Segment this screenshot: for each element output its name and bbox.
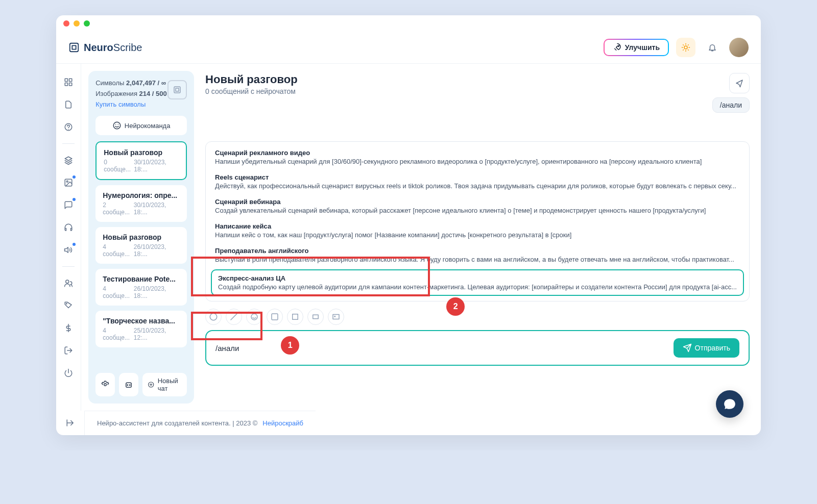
suggestion-item[interactable]: Reels сценаристДействуй, как профессиона…	[206, 169, 749, 194]
send-icon	[683, 343, 692, 352]
main-header: Новый разговор 0 сообщений с нейрочатом	[205, 73, 750, 95]
footer-link[interactable]: Нейроскрайб	[262, 419, 303, 427]
suggestion-item[interactable]: Экспресс-анализ ЦАСоздай подробную карту…	[211, 269, 744, 296]
svg-point-2	[684, 46, 687, 49]
conv-date: 26/10/2023, 18:...	[134, 243, 180, 258]
rail-image[interactable]	[59, 173, 78, 192]
settings-mini[interactable]	[95, 373, 115, 396]
suggestion-desc: Выступай в роли преподавателя разговорно…	[215, 256, 740, 263]
suggestion-desc: Создай подробную карту целевой аудитории…	[218, 283, 737, 291]
rail-dashboard[interactable]	[59, 73, 78, 91]
conv-title: "Творческое назва...	[103, 317, 180, 325]
conversation-item[interactable]: Нумерология: опре...2 сообще...30/10/202…	[95, 185, 187, 222]
rail-document[interactable]	[59, 95, 78, 114]
maximize-dot[interactable]	[84, 20, 90, 27]
rail-tag[interactable]	[59, 296, 78, 315]
svg-point-18	[130, 385, 131, 386]
conv-date: 30/10/2023, 18:...	[134, 159, 179, 173]
user-avatar[interactable]	[729, 38, 749, 57]
suggestion-item[interactable]: Сценарий рекламного видеоНапиши убедител…	[206, 145, 749, 169]
suggestion-title: Reels сценарист	[215, 173, 740, 181]
conversation-item[interactable]: Новый разговор0 сообще...30/10/2023, 18:…	[95, 141, 187, 180]
new-chat-button[interactable]: Новый чат	[142, 373, 187, 396]
ai-mini[interactable]	[119, 373, 138, 396]
share-button[interactable]	[729, 73, 750, 93]
conv-msgs: 2 сообще...	[103, 201, 134, 216]
users-icon	[64, 279, 73, 288]
rail-logout[interactable]	[59, 341, 78, 360]
minimize-dot[interactable]	[74, 20, 80, 27]
rail-layers[interactable]	[59, 151, 78, 169]
app-window: NeuroScribe Улучшить	[56, 15, 761, 435]
svg-point-21	[251, 314, 257, 320]
collapse-icon	[66, 418, 75, 427]
conv-msgs: 4 сообще...	[103, 285, 134, 299]
conversation-item[interactable]: Тестирование Pote...4 сообще...26/10/202…	[95, 269, 187, 306]
svg-point-26	[334, 316, 335, 317]
gear-icon	[101, 380, 110, 389]
notifications-button[interactable]	[703, 38, 722, 57]
suggestion-title: Написание кейса	[215, 222, 740, 230]
svg-rect-24	[313, 315, 319, 319]
conversation-title: Новый разговор	[205, 73, 298, 86]
svg-rect-25	[333, 315, 339, 319]
suggestion-desc: Напиши убедительный сценарий для [30/60/…	[215, 158, 740, 165]
suggestion-desc: Действуй, как профессиональный сценарист…	[215, 182, 740, 190]
chat-fab[interactable]	[716, 390, 743, 418]
rail-billing[interactable]	[59, 319, 78, 337]
sun-icon	[681, 43, 690, 52]
dollar-icon	[64, 323, 73, 333]
chat-icon	[64, 200, 73, 210]
upgrade-button[interactable]: Улучшить	[604, 39, 669, 56]
svg-point-20	[210, 313, 217, 320]
svg-rect-12	[174, 87, 180, 93]
tool-3[interactable]	[246, 309, 262, 325]
suggestion-desc: Напиши кейс о том, как наш [продукт/услу…	[215, 231, 740, 239]
theme-toggle[interactable]	[676, 38, 695, 57]
suggestion-item[interactable]: Написание кейсаНапиши кейс о том, как на…	[206, 218, 749, 243]
svg-rect-13	[176, 88, 179, 91]
usage-stats: Символы 2,047,497 / ∞ Изображения 214 / …	[95, 78, 187, 110]
brand-logo[interactable]: NeuroScribe	[68, 42, 142, 54]
svg-rect-22	[272, 314, 278, 320]
tool-6[interactable]	[307, 309, 324, 325]
suggestion-title: Преподаватель английского	[215, 247, 740, 255]
svg-rect-3	[65, 79, 67, 81]
conv-msgs: 4 сообще...	[103, 243, 134, 258]
rail-help[interactable]	[59, 118, 78, 136]
rail-divider-2	[62, 266, 75, 267]
rail-chat[interactable]	[59, 196, 78, 214]
collapse-rail[interactable]	[56, 411, 85, 435]
annotation-badge-1: 1	[281, 336, 299, 355]
svg-rect-4	[69, 79, 72, 81]
stats-cube-icon	[167, 80, 187, 99]
conv-title: Новый разговор	[103, 233, 180, 241]
layers-icon	[64, 156, 73, 165]
tool-2[interactable]	[226, 309, 242, 325]
tool-5[interactable]	[287, 309, 303, 325]
conv-title: Новый разговор	[104, 148, 179, 157]
buy-symbols-link[interactable]: Купить символы	[95, 99, 187, 110]
rail-power[interactable]	[59, 364, 78, 382]
tool-4[interactable]	[267, 309, 283, 325]
conversation-item[interactable]: "Творческое назва...4 сообще...25/10/202…	[95, 311, 187, 347]
suggestion-item[interactable]: Сценарий вебинараСоздай увлекательный сц…	[206, 194, 749, 218]
tool-1[interactable]	[205, 309, 222, 325]
app-body: Символы 2,047,497 / ∞ Изображения 214 / …	[56, 64, 761, 411]
rail-sound[interactable]	[59, 241, 78, 259]
rail-users[interactable]	[59, 274, 78, 292]
send-button[interactable]: Отправить	[674, 338, 739, 358]
command-icon	[112, 121, 122, 130]
suggestion-item[interactable]: Преподаватель английскогоВыступай в роли…	[206, 243, 749, 267]
neurocommand-button[interactable]: Нейрокоманда	[95, 116, 187, 135]
svg-rect-23	[293, 314, 298, 320]
svg-point-15	[104, 384, 107, 386]
conversation-item[interactable]: Новый разговор4 сообще...26/10/2023, 18:…	[95, 227, 187, 264]
tool-7[interactable]	[328, 309, 344, 325]
image-icon	[64, 178, 73, 187]
slash-tag: /анали	[712, 97, 750, 113]
close-dot[interactable]	[63, 20, 69, 27]
rail-audio[interactable]	[59, 218, 78, 237]
rocket-icon	[613, 43, 622, 52]
svg-point-17	[127, 385, 128, 386]
